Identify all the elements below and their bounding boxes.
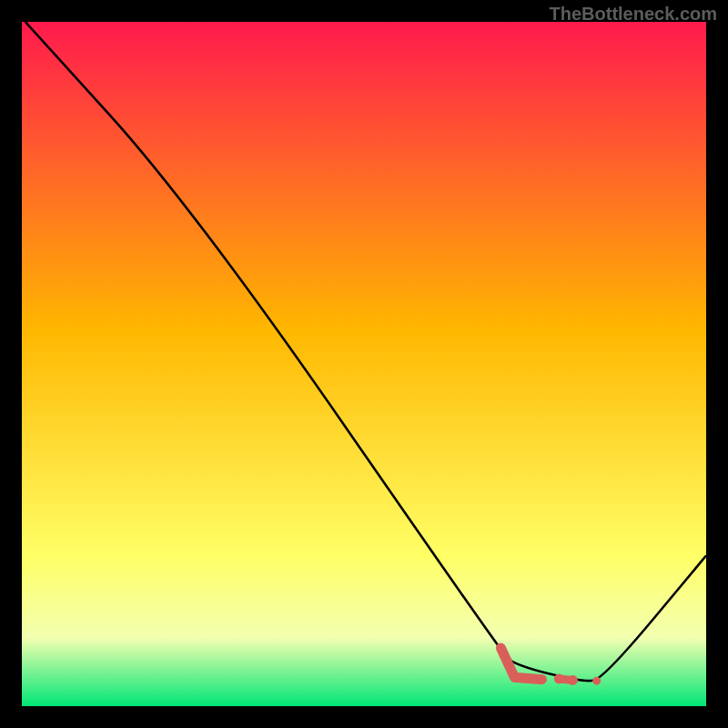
highlight-dot [568, 675, 578, 685]
chart-svg [22, 22, 706, 706]
chart-area [22, 22, 706, 706]
watermark-text: TheBottleneck.com [550, 4, 717, 25]
chart-background [22, 22, 706, 706]
highlight-dot [592, 677, 601, 685]
highlight-dot [554, 673, 564, 683]
